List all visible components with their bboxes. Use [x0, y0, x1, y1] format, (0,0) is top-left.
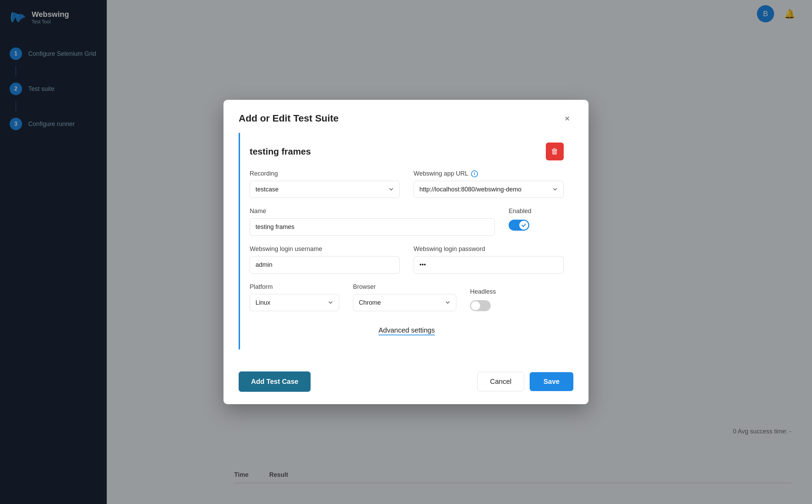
enabled-toggle-wrapper [509, 220, 564, 231]
platform-select[interactable]: Linux Windows Mac [250, 294, 339, 311]
modal-title: Add or Edit Test Suite [239, 113, 339, 124]
url-info-icon: i [471, 170, 478, 177]
suite-title-row: testing frames 🗑 [250, 143, 564, 160]
recording-select[interactable]: testcase [250, 181, 400, 198]
form-row-credentials: Webswing login username Webswing login p… [250, 245, 564, 274]
checkmark-icon [521, 222, 527, 228]
username-label: Webswing login username [250, 245, 400, 253]
username-group: Webswing login username [250, 245, 400, 274]
trash-icon: 🗑 [551, 147, 559, 156]
headless-toggle-wrapper [470, 300, 525, 311]
modal-close-button[interactable]: × [561, 112, 573, 125]
cancel-button[interactable]: Cancel [477, 372, 524, 391]
modal-footer: Add Test Case Cancel Save [223, 363, 589, 404]
modal-header: Add or Edit Test Suite × [223, 100, 589, 133]
platform-label: Platform [250, 283, 339, 291]
password-input[interactable] [414, 256, 564, 274]
headless-group: Headless [470, 288, 525, 311]
modal-body: testing frames 🗑 Recording testcase [223, 133, 589, 363]
headless-toggle-slider [470, 300, 491, 311]
url-group: Webswing app URL i http://localhost:8080… [414, 170, 564, 198]
form-row-platform-browser: Platform Linux Windows Mac Browser Chrom… [250, 283, 564, 311]
name-group: Name [250, 208, 495, 236]
enabled-group: Enabled [509, 208, 564, 236]
delete-suite-button[interactable]: 🗑 [546, 143, 564, 160]
advanced-settings-link[interactable]: Advanced settings [378, 326, 435, 335]
suite-name: testing frames [250, 146, 311, 157]
modal-overlay: Add or Edit Test Suite × testing frames … [0, 0, 812, 504]
enabled-label: Enabled [509, 208, 564, 215]
footer-actions: Cancel Save [477, 372, 573, 391]
close-icon: × [564, 113, 570, 124]
recording-label: Recording [250, 170, 400, 177]
advanced-settings-section: Advanced settings [250, 321, 564, 340]
add-test-case-label: Add Test Case [251, 378, 298, 385]
form-row-name-enabled: Name Enabled [250, 208, 564, 236]
browser-select[interactable]: Chrome Firefox Edge [353, 294, 456, 311]
recording-group: Recording testcase [250, 170, 400, 198]
modal-dialog: Add or Edit Test Suite × testing frames … [223, 100, 589, 404]
name-input[interactable] [250, 218, 495, 236]
save-label: Save [543, 378, 560, 385]
name-label: Name [250, 208, 495, 215]
enabled-toggle[interactable] [509, 220, 529, 231]
headless-label: Headless [470, 288, 525, 295]
url-label: Webswing app URL i [414, 170, 564, 177]
cancel-label: Cancel [490, 378, 511, 385]
add-test-case-button[interactable]: Add Test Case [239, 371, 311, 392]
form-row-recording-url: Recording testcase Webswing app URL i ht… [250, 170, 564, 198]
browser-label: Browser [353, 283, 456, 291]
browser-group: Browser Chrome Firefox Edge [353, 283, 456, 311]
suite-card: testing frames 🗑 Recording testcase [239, 133, 573, 349]
password-label: Webswing login password [414, 245, 564, 253]
username-input[interactable] [250, 256, 400, 274]
url-select[interactable]: http://localhost:8080/webswing-demo [414, 181, 564, 198]
toggle-knob [519, 221, 528, 230]
toggle-slider [509, 220, 529, 231]
platform-group: Platform Linux Windows Mac [250, 283, 339, 311]
save-button[interactable]: Save [530, 372, 573, 391]
headless-toggle[interactable] [470, 300, 491, 311]
headless-toggle-knob [471, 301, 480, 310]
password-group: Webswing login password [414, 245, 564, 274]
